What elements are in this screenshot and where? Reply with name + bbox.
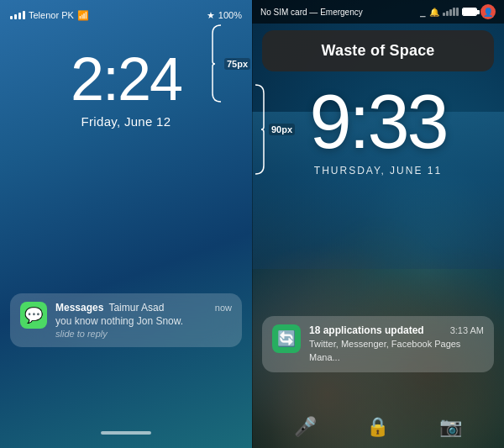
avatar-icon: 👤: [483, 8, 493, 17]
right-notif-content: 18 applications updated 3:13 AM Twitter,…: [309, 324, 484, 364]
left-notif-header: Messages Taimur Asad now: [55, 302, 232, 314]
phone-divider: [252, 0, 253, 448]
wifi-icon: 📶: [77, 10, 89, 21]
slide-to-reply: slide to reply: [55, 329, 232, 339]
lock-icon[interactable]: 🔒: [366, 416, 389, 438]
signal-icon: [10, 11, 25, 19]
right-phone: No SIM card — Emergency ⎯ 🔔 👤 Waste of S…: [252, 0, 504, 448]
update-icon: 🔄: [277, 329, 296, 348]
right-notif-message: Twitter, Messenger, Facebook Pages Mana.…: [309, 338, 484, 364]
right-notif-app-icon: 🔄: [272, 324, 301, 353]
notif-timestamp: now: [215, 303, 232, 313]
left-home-area: [0, 431, 252, 435]
bluetooth-icon: ★: [207, 10, 215, 21]
right-status-icons: ⎯ 🔔 👤: [420, 4, 496, 19]
carrier-name: Telenor PK: [29, 10, 74, 20]
message-icon: 💬: [24, 306, 43, 324]
right-battery-icon: [462, 8, 477, 16]
right-bottom-bar: 🎤 🔒 📷: [252, 416, 504, 438]
right-carrier: No SIM card — Emergency: [260, 8, 363, 17]
notif-message: you know nothing Jon Snow.: [55, 315, 232, 327]
annotation-75: 75px: [211, 24, 250, 103]
battery-fill: [463, 8, 476, 15]
right-bluetooth-icon: ⎯: [420, 7, 426, 17]
notif-sender: Taimur Asad: [108, 302, 164, 314]
annotation-75-label: 75px: [224, 58, 250, 70]
camera-icon[interactable]: 📷: [439, 416, 462, 438]
annotation-90: 90px: [252, 83, 295, 176]
left-notif-content: Messages Taimur Asad now you know nothin…: [55, 302, 232, 339]
battery-level: 100%: [218, 10, 242, 20]
right-notif-header: 18 applications updated 3:13 AM: [309, 324, 484, 336]
left-phone: Telenor PK 📶 ★ 100% 2:24 Friday, June 12…: [0, 0, 252, 448]
left-status-bar: Telenor PK 📶 ★ 100%: [0, 0, 252, 24]
left-status-right: ★ 100%: [207, 10, 242, 21]
right-volume-icon: 🔔: [429, 8, 439, 17]
right-wifi-icon: [443, 8, 459, 16]
home-indicator[interactable]: [101, 431, 151, 435]
notif-app-name: Messages: [55, 302, 103, 314]
app-notification-toast: Waste of Space: [262, 30, 494, 71]
right-notification-card[interactable]: 🔄 18 applications updated 3:13 AM Twitte…: [262, 316, 494, 372]
message-app-icon: 💬: [20, 302, 47, 329]
right-notif-title: 18 applications updated: [309, 324, 424, 336]
right-status-bar: No SIM card — Emergency ⎯ 🔔 👤: [252, 0, 504, 24]
left-notification-card[interactable]: 💬 Messages Taimur Asad now you know noth…: [10, 293, 242, 347]
microphone-icon[interactable]: 🎤: [294, 416, 317, 438]
toast-title: Waste of Space: [277, 42, 479, 60]
left-date: Friday, June 12: [0, 114, 252, 129]
left-carrier: Telenor PK 📶: [10, 10, 89, 21]
right-notif-timestamp: 3:13 AM: [450, 325, 484, 335]
annotation-90-label: 90px: [269, 124, 295, 135]
avatar: 👤: [480, 4, 496, 19]
